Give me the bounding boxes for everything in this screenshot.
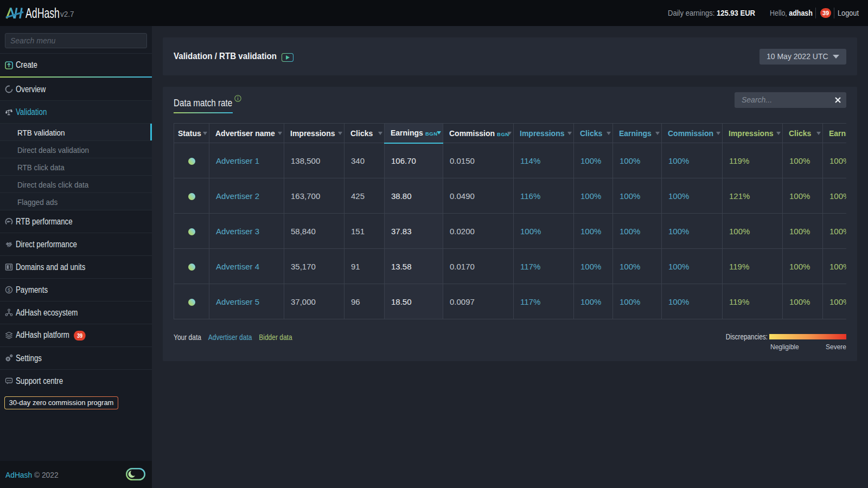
svg-text:$: $: [8, 287, 10, 293]
